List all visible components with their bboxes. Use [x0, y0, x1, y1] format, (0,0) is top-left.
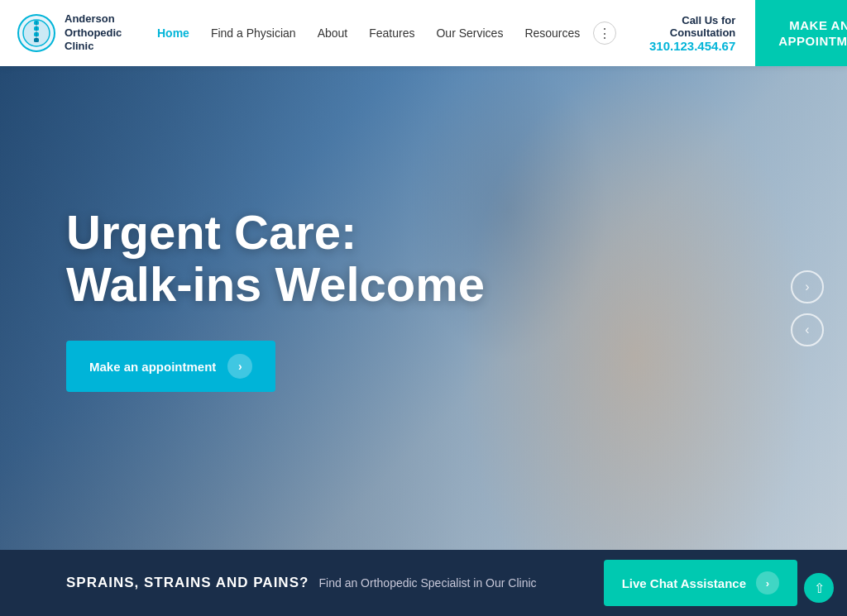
nav-about[interactable]: About — [309, 21, 357, 45]
slider-next-button[interactable]: › — [791, 270, 824, 303]
nav-features[interactable]: Features — [361, 21, 423, 45]
nav-home[interactable]: Home — [149, 21, 198, 45]
slider-prev-button[interactable]: ‹ — [791, 313, 824, 346]
brand-name: Anderson Orthopedic Clinic — [65, 12, 122, 55]
nav-our-services[interactable]: Our Services — [428, 21, 511, 45]
hero-cta-button[interactable]: Make an appointment › — [66, 341, 275, 392]
consultation-info: Call Us for Consultation 310.123.454.67 — [616, 14, 755, 53]
nav-more-button[interactable]: ⋮ — [593, 21, 616, 45]
brand-logo-icon — [17, 13, 56, 53]
make-appointment-button[interactable]: MAKE AN APPOINTMENT — [755, 0, 847, 66]
hero-cta-arrow-icon: › — [227, 354, 252, 379]
live-chat-arrow-icon: › — [756, 571, 779, 595]
slider-navigation: › ‹ — [791, 270, 824, 346]
nav-right: Call Us for Consultation 310.123.454.67 … — [616, 0, 847, 66]
bottom-bar-text: SPRAINS, STRAINS AND PAINS? Find an Orth… — [66, 575, 537, 591]
navbar: Anderson Orthopedic Clinic Home Find a P… — [0, 0, 847, 66]
live-chat-button[interactable]: Live Chat Assistance › — [604, 560, 797, 606]
nav-find-physician[interactable]: Find a Physician — [203, 21, 304, 45]
hero-title: Urgent Care: Walk-ins Welcome — [66, 205, 485, 311]
nav-links: Home Find a Physician About Features Our… — [141, 21, 616, 45]
svg-rect-6 — [36, 21, 37, 42]
consultation-phone[interactable]: 310.123.454.67 — [636, 39, 735, 53]
consultation-label: Call Us for Consultation — [636, 14, 735, 39]
hero-section: Urgent Care: Walk-ins Welcome Make an ap… — [0, 66, 847, 550]
hero-content: Urgent Care: Walk-ins Welcome Make an ap… — [66, 205, 485, 392]
bottom-bar: SPRAINS, STRAINS AND PAINS? Find an Orth… — [0, 550, 847, 616]
logo-area[interactable]: Anderson Orthopedic Clinic — [0, 12, 141, 55]
nav-resources[interactable]: Resources — [516, 21, 588, 45]
scroll-up-button[interactable]: ⇧ — [804, 573, 834, 603]
